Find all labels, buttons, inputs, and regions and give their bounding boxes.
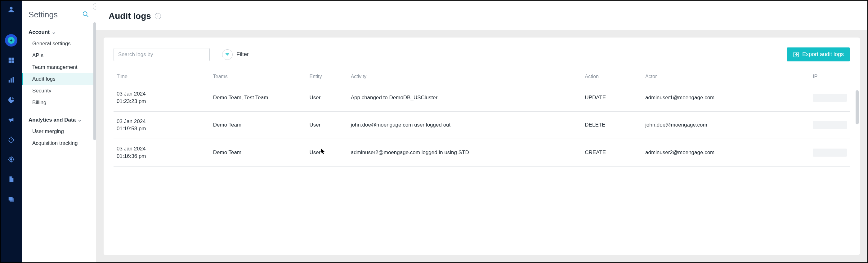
settings-panel: ◂ Settings Account ⌄ General settings AP…: [22, 1, 96, 262]
col-activity: Activity: [348, 69, 582, 84]
col-time: Time: [114, 69, 210, 84]
ip-skeleton: [813, 121, 847, 129]
sidebar-item-general-settings[interactable]: General settings: [22, 38, 96, 50]
section-label: Account: [29, 29, 50, 35]
section-label: Analytics and Data: [29, 117, 76, 123]
cell-activity: john.doe@moengage.com user logged out: [348, 111, 582, 139]
cell-actor: adminuser2@moengage.com: [642, 139, 810, 167]
col-ip: IP: [810, 69, 850, 84]
sidebar-item-user-merging[interactable]: User merging: [22, 126, 96, 137]
page-header: Audit logs i: [96, 1, 867, 30]
cell-teams: Demo Team: [210, 139, 307, 167]
sidebar-item-apis[interactable]: APIs: [22, 50, 96, 61]
svg-rect-19: [10, 198, 14, 202]
col-teams: Teams: [210, 69, 307, 84]
svg-rect-5: [9, 80, 10, 83]
svg-point-0: [10, 7, 12, 10]
rail-create-button[interactable]: +: [5, 34, 18, 46]
cell-entity: User: [306, 139, 347, 167]
cell-actor: adminuser1@moengage.com: [642, 84, 810, 112]
app-frame: + ◂ Settings: [0, 0, 868, 263]
sidebar-item-billing[interactable]: Billing: [22, 97, 96, 108]
svg-rect-7: [13, 77, 14, 83]
export-audit-logs-button[interactable]: Export audit logs: [787, 47, 850, 61]
sidebar-item-audit-logs[interactable]: Audit logs: [22, 73, 96, 85]
svg-rect-6: [10, 78, 12, 83]
cell-ip: [810, 139, 850, 167]
export-label: Export audit logs: [802, 51, 844, 58]
toolbar: Filter Export audit logs: [103, 37, 860, 64]
svg-rect-1: [9, 58, 11, 60]
icon-rail: +: [1, 1, 22, 262]
cell-time: 03 Jan 2024 01:19:58 pm: [114, 111, 210, 139]
rail-pie-icon[interactable]: [5, 94, 18, 106]
cell-teams: Demo Team: [210, 111, 307, 139]
rail-stopwatch-icon[interactable]: [5, 133, 18, 146]
sidebar-item-acquisition-tracking[interactable]: Acquisition tracking: [22, 137, 96, 149]
rail-document-icon[interactable]: [5, 173, 18, 186]
svg-rect-2: [11, 58, 14, 60]
settings-title: Settings: [29, 10, 58, 20]
svg-rect-4: [11, 61, 14, 63]
sidebar-item-team-management[interactable]: Team management: [22, 61, 96, 73]
cell-action: DELETE: [582, 111, 642, 139]
table-row[interactable]: 03 Jan 2024 01:19:58 pmDemo TeamUserjohn…: [114, 111, 850, 139]
rail-megaphone-icon[interactable]: [5, 113, 18, 126]
logs-table-wrap: Time Teams Entity Activity Action Actor …: [103, 64, 860, 167]
table-row[interactable]: 03 Jan 2024 01:23:23 pmDemo Team, Test T…: [114, 84, 850, 112]
svg-line-21: [87, 15, 88, 17]
filter-icon: [222, 49, 232, 60]
logs-table: Time Teams Entity Activity Action Actor …: [114, 69, 850, 167]
sidebar-section-account[interactable]: Account ⌄: [22, 26, 96, 38]
settings-search-icon[interactable]: [82, 11, 89, 19]
search-input[interactable]: [114, 48, 210, 61]
sidebar-item-security[interactable]: Security: [22, 85, 96, 97]
chevron-down-icon: ⌄: [52, 29, 56, 35]
logs-card: Filter Export audit logs Time Teams Enti…: [103, 37, 860, 255]
rail-avatar-icon[interactable]: [5, 3, 18, 15]
sidebar-section-analytics-data[interactable]: Analytics and Data ⌄: [22, 113, 96, 126]
cell-time: 03 Jan 2024 01:23:23 pm: [114, 84, 210, 112]
col-action: Action: [582, 69, 642, 84]
rail-dashboard-icon[interactable]: [5, 54, 18, 66]
svg-point-20: [83, 11, 87, 15]
ip-skeleton: [813, 94, 847, 102]
col-actor: Actor: [642, 69, 810, 84]
cell-time: 03 Jan 2024 01:16:36 pm: [114, 139, 210, 167]
col-entity: Entity: [306, 69, 347, 84]
chevron-down-icon: ⌄: [78, 117, 82, 123]
cell-actor: john.doe@moengage.com: [642, 111, 810, 139]
rail-stack-icon[interactable]: [5, 193, 18, 205]
sidebar-scrollbar[interactable]: [93, 22, 96, 140]
cell-action: UPDATE: [582, 84, 642, 112]
cell-teams: Demo Team, Test Team: [210, 84, 307, 112]
page-title: Audit logs: [108, 11, 151, 21]
svg-rect-3: [9, 61, 11, 63]
svg-point-13: [10, 159, 12, 160]
main-area: Audit logs i Filter Export audit logs: [96, 1, 867, 262]
info-icon[interactable]: i: [155, 13, 161, 19]
table-row[interactable]: 03 Jan 2024 01:16:36 pmDemo TeamUseradmi…: [114, 139, 850, 167]
cell-activity: App changed to DemoDB_USCluster: [348, 84, 582, 112]
cell-entity: User: [306, 111, 347, 139]
rail-target-icon[interactable]: [5, 153, 18, 166]
filter-label: Filter: [237, 51, 249, 58]
ip-skeleton: [813, 149, 847, 157]
export-icon: [793, 52, 799, 58]
rail-analytics-icon[interactable]: [5, 74, 18, 86]
cell-activity: adminuser2@moengage.com logged in using …: [348, 139, 582, 167]
svg-rect-9: [10, 137, 12, 138]
cell-action: CREATE: [582, 139, 642, 167]
cell-ip: [810, 84, 850, 112]
filter-button[interactable]: Filter: [222, 49, 249, 60]
cell-ip: [810, 111, 850, 139]
cell-entity: User: [306, 84, 347, 112]
